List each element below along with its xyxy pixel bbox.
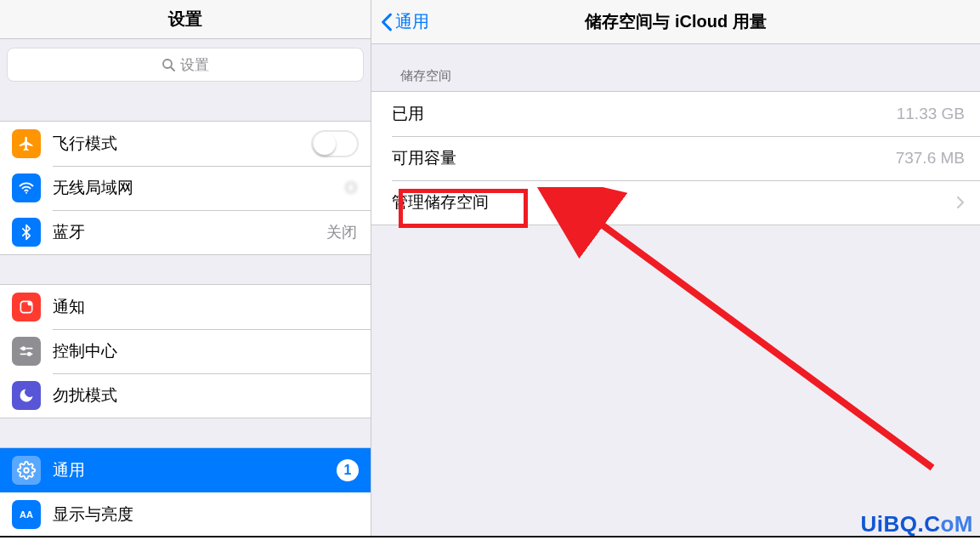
notifications-icon	[12, 293, 41, 321]
airplane-toggle[interactable]	[311, 130, 359, 157]
row-do-not-disturb[interactable]: 勿扰模式	[0, 373, 371, 418]
used-value: 11.33 GB	[897, 105, 965, 123]
gap	[0, 418, 371, 447]
section-storage-label: 储存空间	[371, 44, 980, 91]
group-connectivity: 飞行模式 无线局域网 O 蓝牙 关闭	[0, 121, 371, 255]
search-input[interactable]: 设置	[7, 48, 364, 82]
settings-sidebar: 设置 设置 飞行模式 无线局域网 O	[0, 0, 371, 537]
dnd-label: 勿扰模式	[53, 384, 371, 407]
available-label: 可用容量	[392, 147, 896, 169]
app-root: 设置 设置 飞行模式 无线局域网 O	[0, 0, 980, 537]
wifi-icon	[12, 173, 41, 202]
display-label: 显示与亮度	[53, 503, 371, 526]
row-used: 已用 11.33 GB	[371, 92, 980, 136]
wifi-value: O	[345, 179, 371, 197]
general-badge: 1	[337, 459, 359, 481]
storage-group: 已用 11.33 GB 可用容量 737.6 MB 管理储存空间	[371, 91, 980, 225]
back-button[interactable]: 通用	[371, 10, 429, 33]
control-center-label: 控制中心	[53, 340, 371, 362]
gap	[0, 255, 371, 284]
available-value: 737.6 MB	[896, 149, 965, 168]
svg-point-2	[25, 192, 27, 194]
svg-line-1	[171, 67, 174, 71]
bluetooth-value: 关闭	[326, 222, 371, 242]
general-icon	[12, 456, 41, 485]
bluetooth-icon	[12, 218, 41, 247]
sidebar-header: 设置	[0, 0, 371, 39]
search-placeholder: 设置	[180, 55, 209, 75]
svg-point-4	[28, 301, 32, 305]
row-airplane-mode[interactable]: 飞行模式	[0, 122, 371, 166]
annotation-arrow	[533, 187, 958, 493]
row-display-brightness[interactable]: AA 显示与亮度	[0, 492, 371, 537]
row-general[interactable]: 通用 1	[0, 448, 371, 492]
bottom-border	[0, 536, 980, 537]
wifi-label: 无线局域网	[53, 177, 345, 199]
gap	[0, 92, 371, 121]
back-label: 通用	[395, 10, 429, 33]
detail-title: 储存空间与 iCloud 用量	[371, 10, 980, 33]
chevron-left-icon	[380, 13, 394, 31]
bluetooth-label: 蓝牙	[53, 221, 326, 243]
general-label: 通用	[53, 459, 337, 481]
manage-label: 管理储存空间	[392, 191, 948, 213]
group-general: 通用 1 AA 显示与亮度	[0, 447, 371, 537]
row-bluetooth[interactable]: 蓝牙 关闭	[0, 210, 371, 254]
control-center-icon	[12, 337, 41, 366]
display-icon: AA	[12, 500, 41, 529]
search-wrap: 设置	[0, 39, 371, 92]
row-available: 可用容量 737.6 MB	[371, 136, 980, 180]
detail-pane: 通用 储存空间与 iCloud 用量 储存空间 已用 11.33 GB 可用容量…	[371, 0, 980, 537]
group-alerts: 通知 控制中心 勿扰模式	[0, 284, 371, 418]
airplane-label: 飞行模式	[53, 133, 311, 155]
row-manage-storage[interactable]: 管理储存空间	[371, 180, 980, 225]
airplane-icon	[12, 129, 41, 158]
row-control-center[interactable]: 控制中心	[0, 329, 371, 373]
detail-header: 通用 储存空间与 iCloud 用量	[371, 0, 980, 44]
svg-text:AA: AA	[20, 509, 33, 520]
notifications-label: 通知	[53, 296, 371, 318]
used-label: 已用	[392, 103, 897, 125]
chevron-right-icon	[956, 196, 965, 209]
sidebar-title: 设置	[168, 8, 202, 31]
row-wifi[interactable]: 无线局域网 O	[0, 166, 371, 210]
svg-line-13	[592, 218, 932, 468]
row-notifications[interactable]: 通知	[0, 285, 371, 329]
dnd-icon	[12, 381, 41, 410]
svg-point-11	[24, 468, 29, 473]
search-icon	[161, 58, 175, 71]
watermark: UiBQ.CoM	[860, 511, 973, 537]
